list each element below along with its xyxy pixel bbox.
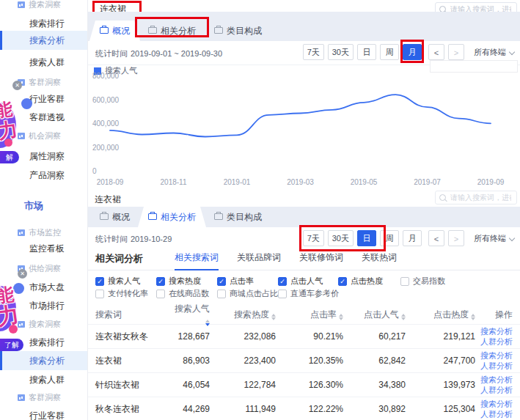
tab-category-composition[interactable]: 类目构成 — [204, 21, 272, 41]
audience-analysis-link[interactable]: 人群分析 — [475, 409, 513, 419]
range-day-button[interactable]: 日 — [357, 230, 376, 246]
metric-mall-click-share[interactable]: 商城点击占比 — [217, 288, 278, 299]
col-header-search-popularity[interactable]: 搜索人气 — [169, 303, 210, 326]
sidebar-item-search-audience[interactable]: 搜索人群 — [0, 372, 87, 387]
checkbox-icon — [338, 277, 347, 286]
cell-value: 34,380 — [343, 380, 406, 390]
metric-label: 在线商品数 — [169, 288, 209, 299]
range-30d-button[interactable]: 30天 — [328, 44, 354, 60]
table-row: 连衣裙女秋冬 128,667 232,086 90.21% 60,217 219… — [88, 324, 520, 348]
metric-search-popularity[interactable]: 搜索人气 — [95, 276, 140, 287]
sidebar-item-market-overview[interactable]: 市场大盘 — [0, 280, 87, 295]
search-analysis-link[interactable]: 搜索分析 — [475, 375, 513, 385]
terminal-dropdown[interactable]: 所有终端 — [474, 47, 514, 58]
sidebar-item-search-ranking[interactable]: 搜索排行 — [0, 16, 87, 31]
tab-related-analysis[interactable]: 相关分析 — [138, 21, 206, 41]
tab-label: 概况 — [112, 26, 130, 36]
main-top: 连衣裙 概况 相关分析 类目构成 统计时间2019-09-01 ~ 2019-0… — [88, 0, 520, 189]
word-tab-modifier[interactable]: 关联修饰词 — [299, 249, 343, 269]
sidebar-item-search-analysis[interactable]: 搜索分析 — [0, 351, 87, 370]
promo-pill[interactable]: 了解 — [0, 339, 23, 351]
line-chart-svg: 0200,000400,000600,000800,0002018-092018… — [88, 72, 520, 188]
table-row: 连衣裙 86,903 223,400 120.35% 62,842 247,70… — [88, 348, 520, 372]
metric-transaction-index[interactable]: 交易指数 — [400, 276, 445, 287]
col-header-click-heat[interactable]: 点击热度 — [406, 309, 475, 321]
col-header-label: 点击率 — [310, 309, 337, 320]
range-week-button[interactable]: 周 — [380, 44, 399, 60]
search-input[interactable] — [449, 193, 513, 202]
close-icon[interactable]: ✕ — [18, 269, 27, 279]
tab-related-analysis[interactable]: 相关分析 — [138, 207, 206, 227]
sidebar-item-industry-customers[interactable]: 行业客群 — [0, 408, 87, 420]
sidebar-item-search-analysis[interactable]: 搜索分析 — [0, 31, 87, 50]
svg-text:600,000: 600,000 — [92, 96, 120, 104]
next-period-button[interactable]: > — [448, 44, 464, 60]
stat-time-label: 统计时间 — [95, 49, 128, 58]
sidebar-item-search-audience[interactable]: 搜索人群 — [0, 55, 87, 70]
audience-analysis-link[interactable]: 人群分析 — [475, 336, 513, 347]
word-tab-hot[interactable]: 关联热词 — [362, 249, 397, 269]
tab-overview[interactable]: 概况 — [89, 207, 140, 227]
metric-payment-conversion[interactable]: 支付转化率 — [95, 288, 148, 299]
briefcase-icon — [214, 27, 223, 34]
word-tab-related-search[interactable]: 相关搜索词 — [175, 249, 219, 270]
cell-value: 30,892 — [343, 404, 406, 414]
cell-value: 46,054 — [169, 380, 210, 390]
col-header-search-heat[interactable]: 搜索热度 — [210, 309, 276, 321]
cell-value: 122.22% — [276, 404, 343, 414]
stat-time-label: 统计时间 — [95, 235, 128, 243]
sidebar-section-customer-insight: 客群洞察 — [0, 390, 87, 405]
prev-period-button[interactable]: < — [428, 230, 444, 246]
metric-click-popularity[interactable]: 点击人气 — [278, 276, 323, 287]
metric-click-heat[interactable]: 点击热度 — [338, 276, 383, 287]
cell-word: 秋冬连衣裙 — [95, 403, 169, 416]
search-input-wrap — [435, 191, 517, 205]
prev-period-button[interactable]: < — [428, 44, 444, 60]
sidebar-section-label: 供给洞察 — [29, 264, 61, 273]
audience-analysis-link[interactable]: 人群分析 — [475, 361, 513, 371]
cell-word: 针织连衣裙 — [95, 379, 169, 391]
range-7d-button[interactable]: 7天 — [303, 44, 324, 60]
range-month-button[interactable]: 月 — [403, 44, 422, 60]
promo-pill[interactable]: 解 — [0, 151, 19, 163]
checkbox-icon — [400, 277, 409, 286]
range-month-button[interactable]: 月 — [403, 230, 422, 246]
search-analysis-link[interactable]: 搜索分析 — [475, 326, 513, 336]
terminal-dropdown[interactable]: 所有终端 — [474, 233, 514, 244]
sidebar-section-search-insight: 搜索洞察 — [0, 0, 87, 12]
svg-text:2019-07: 2019-07 — [414, 178, 441, 186]
sidebar-section-label: 搜索洞察 — [29, 320, 61, 328]
range-7d-button[interactable]: 7天 — [303, 230, 324, 246]
metric-click-rate[interactable]: 点击率 — [217, 276, 254, 287]
sidebar-item-product-insight[interactable]: 产品洞察 — [0, 168, 87, 183]
sidebar-item-market-ranking[interactable]: 市场排行 — [0, 298, 87, 313]
table-row: 针织连衣裙 46,054 122,784 126.30% 34,380 139,… — [88, 372, 520, 397]
table-row: 秋冬连衣裙 44,269 111,949 122.22% 30,892 125,… — [88, 397, 520, 420]
metric-online-products[interactable]: 在线商品数 — [156, 288, 209, 299]
sidebar-item-customer-perspective[interactable]: 客群透视 — [0, 110, 87, 125]
col-header-click-popularity[interactable]: 点击人气 — [343, 309, 406, 321]
close-icon[interactable]: ✕ — [12, 81, 22, 90]
next-period-button[interactable]: > — [448, 230, 464, 246]
search-analysis-link[interactable]: 搜索分析 — [475, 399, 513, 409]
cell-value: 122,784 — [210, 380, 276, 390]
sidebar-item-monitor-dashboard[interactable]: 监控看板 — [0, 241, 87, 256]
metric-label: 商城点击占比 — [230, 288, 278, 299]
section-title: 相关词分析 — [95, 252, 143, 265]
tab-overview[interactable]: 概况 — [89, 21, 140, 41]
range-week-button[interactable]: 周 — [380, 230, 399, 246]
sidebar-section-label: 客群洞察 — [29, 393, 61, 402]
word-tab-brand[interactable]: 关联品牌词 — [237, 249, 281, 269]
metric-ztc-reference-price[interactable]: 直通车参考价 — [278, 288, 339, 299]
cell-value: 139,973 — [406, 380, 475, 390]
cell-value: 62,842 — [343, 355, 406, 366]
audience-analysis-link[interactable]: 人群分析 — [475, 385, 513, 395]
sidebar-item-industry-customers[interactable]: 行业客群 — [0, 92, 87, 106]
search-analysis-link[interactable]: 搜索分析 — [475, 350, 513, 361]
range-30d-button[interactable]: 30天 — [328, 230, 354, 246]
range-day-button[interactable]: 日 — [357, 44, 376, 60]
col-header-click-rate[interactable]: 点击率 — [276, 309, 343, 321]
svg-text:200,000: 200,000 — [92, 144, 120, 152]
metric-search-heat[interactable]: 搜索热度 — [156, 276, 201, 287]
tab-category-composition[interactable]: 类目构成 — [204, 207, 272, 227]
